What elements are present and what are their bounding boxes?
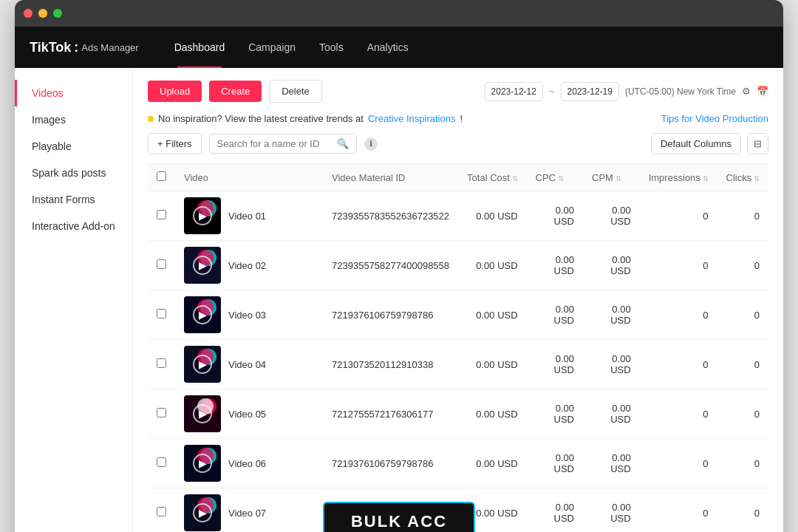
row-cpm: 0.00 USD — [583, 488, 640, 533]
nav-campaign[interactable]: Campaign — [236, 27, 307, 68]
row-impressions: 0 — [640, 439, 717, 488]
video-thumbnail: ▶ — [184, 445, 221, 482]
table-header-cpm[interactable]: CPM — [583, 164, 640, 191]
row-material-id: 7212755572176306177 — [323, 389, 458, 439]
table-header-total-cost[interactable]: Total Cost — [458, 164, 527, 191]
video-name: Video 03 — [228, 310, 266, 321]
nav-dashboard[interactable]: Dashboard — [163, 27, 237, 68]
row-impressions: 0 — [640, 191, 717, 241]
table-row: ▶ Video 04 7213073520112910338 0.00 USD … — [148, 340, 768, 389]
sidebar-item-spark-ads-posts[interactable]: Spark ads posts — [15, 160, 132, 186]
video-thumbnail: ▶ — [184, 346, 221, 383]
row-checkbox[interactable] — [157, 210, 166, 219]
row-clicks: 0 — [717, 241, 768, 290]
table-row: ▶ Video 03 7219376106759798786 0.00 USD … — [148, 290, 768, 340]
maximize-button[interactable] — [53, 9, 62, 18]
row-cpm: 0.00 USD — [583, 191, 640, 241]
close-button[interactable] — [24, 9, 33, 18]
row-material-id: 7213073520112910338 — [323, 340, 458, 389]
table-row: ▶ Video 05 7212755572176306177 0.00 USD … — [148, 389, 768, 439]
nav-tools[interactable]: Tools — [307, 27, 355, 68]
video-name: Video 06 — [228, 458, 266, 469]
sidebar-item-videos[interactable]: Videos — [15, 80, 132, 106]
date-end[interactable]: 2023-12-19 — [561, 82, 619, 101]
sidebar-item-playable[interactable]: Playable — [15, 133, 132, 160]
brand-subtitle: Ads Manager — [81, 42, 138, 53]
column-settings-button[interactable]: ⊟ — [747, 133, 768, 154]
search-input[interactable] — [217, 138, 332, 149]
row-checkbox[interactable] — [157, 309, 166, 318]
video-thumbnail: ▶ — [184, 494, 221, 531]
row-cpm: 0.00 USD — [583, 340, 640, 389]
navbar: TikTok: Ads Manager Dashboard Campaign T… — [15, 27, 783, 68]
row-cpc: 0.00 USD — [527, 488, 583, 533]
date-picker-icon[interactable]: 📅 — [757, 86, 768, 97]
row-material-id: 7239355783552636723522 — [323, 191, 458, 241]
create-button[interactable]: Create — [209, 81, 262, 102]
row-checkbox-cell — [148, 191, 175, 241]
row-total-cost: 0.00 USD — [458, 389, 527, 439]
select-all-checkbox[interactable] — [157, 171, 166, 181]
sidebar-item-images[interactable]: Images — [15, 106, 132, 133]
filter-button[interactable]: + Filters — [148, 133, 202, 154]
row-cpc: 0.00 USD — [527, 191, 583, 241]
row-material-id: 7239355758277400098558 — [323, 241, 458, 290]
info-bar: No inspiration? View the latest creative… — [148, 113, 768, 124]
row-total-cost: 0.00 USD — [458, 290, 527, 340]
content: Videos Images Playable Spark ads posts I… — [15, 68, 783, 532]
row-clicks: 0 — [717, 340, 768, 389]
table-header-impressions[interactable]: Impressions — [640, 164, 717, 191]
table-header-material-id: Video Material ID — [323, 164, 458, 191]
row-impressions: 0 — [640, 241, 717, 290]
date-separator: ~ — [549, 86, 555, 97]
video-thumbnail: ▶ — [184, 395, 221, 432]
row-cpm: 0.00 USD — [583, 290, 640, 340]
video-thumbnail: ▶ — [184, 197, 221, 234]
toolbar: Upload Create Delete 2023-12-12 ~ 2023-1… — [148, 80, 768, 103]
minimize-button[interactable] — [38, 9, 47, 18]
timezone-label: (UTC-05:00) New York Time — [625, 86, 736, 97]
row-cpm: 0.00 USD — [583, 389, 640, 439]
table-row: ▶ Video 06 7219376106759798786 0.00 USD … — [148, 439, 768, 488]
row-checkbox-cell — [148, 439, 175, 488]
nav-items: Dashboard Campaign Tools Analytics — [163, 27, 420, 68]
brand: TikTok: Ads Manager — [30, 40, 139, 55]
row-checkbox-cell — [148, 389, 175, 439]
video-thumbnail: ▶ — [184, 296, 221, 333]
delete-button[interactable]: Delete — [269, 80, 322, 103]
creative-inspirations-link[interactable]: Creative Inspirations — [368, 113, 456, 124]
calendar-icon[interactable]: ⚙ — [742, 86, 751, 97]
row-material-id: 7213073520112910338 — [323, 488, 458, 533]
filter-info-icon[interactable]: ℹ — [364, 137, 378, 151]
tips-link[interactable]: Tips for Video Production — [661, 113, 768, 124]
nav-analytics[interactable]: Analytics — [355, 27, 420, 68]
row-impressions: 0 — [640, 389, 717, 439]
row-clicks: 0 — [717, 439, 768, 488]
row-video-cell: ▶ Video 01 — [175, 191, 323, 241]
row-total-cost: 0.00 USD — [458, 488, 527, 533]
upload-button[interactable]: Upload — [148, 81, 202, 102]
sidebar-item-interactive-addon[interactable]: Interactive Add-on — [15, 213, 132, 239]
row-cpm: 0.00 USD — [583, 241, 640, 290]
row-checkbox[interactable] — [157, 259, 166, 269]
row-material-id: 7219376106759798786 — [323, 290, 458, 340]
columns-button[interactable]: Default Columns — [651, 133, 741, 154]
row-checkbox[interactable] — [157, 507, 166, 516]
row-checkbox-cell — [148, 340, 175, 389]
row-checkbox[interactable] — [157, 408, 166, 417]
search-wrap: 🔍 — [209, 134, 357, 154]
video-name: Video 04 — [228, 359, 266, 370]
table-header-clicks[interactable]: Clicks — [717, 164, 768, 191]
row-checkbox[interactable] — [157, 358, 166, 368]
row-checkbox-cell — [148, 488, 175, 533]
info-message: No inspiration? View the latest creative… — [158, 113, 364, 124]
row-checkbox-cell — [148, 290, 175, 340]
sidebar-item-instant-forms[interactable]: Instant Forms — [15, 186, 132, 213]
table-header-checkbox — [148, 164, 175, 191]
row-video-cell: ▶ Video 02 — [175, 241, 323, 290]
table-header-cpc[interactable]: CPC — [527, 164, 583, 191]
row-impressions: 0 — [640, 488, 717, 533]
row-checkbox-cell — [148, 241, 175, 290]
row-checkbox[interactable] — [157, 457, 166, 467]
date-start[interactable]: 2023-12-12 — [485, 82, 543, 101]
